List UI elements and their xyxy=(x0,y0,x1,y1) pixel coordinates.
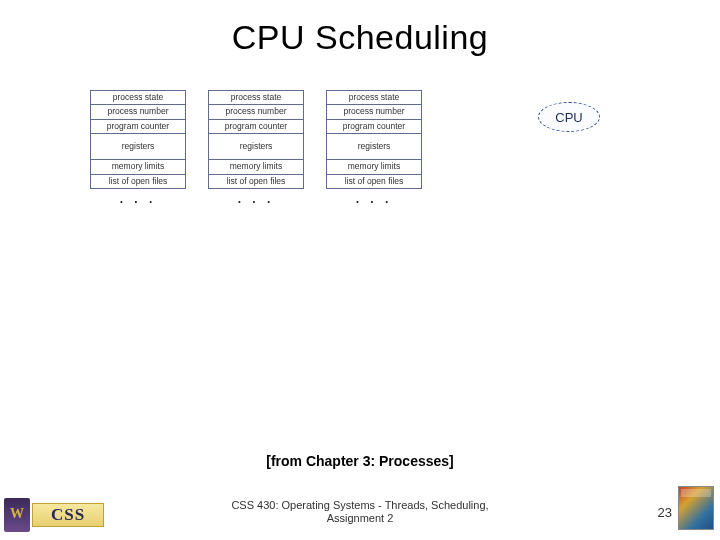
cpu-label: CPU xyxy=(538,102,600,132)
pcb-row: program counter xyxy=(91,120,185,134)
pcb-row: memory limits xyxy=(91,160,185,174)
pcb-block: process state process number program cou… xyxy=(90,90,186,206)
footer-line: Assignment 2 xyxy=(327,512,394,524)
footer-line: CSS 430: Operating Systems - Threads, Sc… xyxy=(231,499,488,511)
pcb-row: registers xyxy=(209,134,303,160)
ellipsis-icon: . . . xyxy=(208,192,304,206)
pcb-row: list of open files xyxy=(209,175,303,188)
slide-caption: [from Chapter 3: Processes] xyxy=(0,453,720,469)
pcb-row: process number xyxy=(327,105,421,119)
pcb-row: process state xyxy=(209,91,303,105)
pcb-row: list of open files xyxy=(327,175,421,188)
page-number: 23 xyxy=(658,505,672,520)
ellipsis-icon: . . . xyxy=(326,192,422,206)
pcb-row: registers xyxy=(327,134,421,160)
pcb-row: process number xyxy=(209,105,303,119)
pcb-row: program counter xyxy=(327,120,421,134)
pcb-row: list of open files xyxy=(91,175,185,188)
slide-footer: CSS 430: Operating Systems - Threads, Sc… xyxy=(0,499,720,527)
pcb-row: registers xyxy=(91,134,185,160)
pcb-row: process number xyxy=(91,105,185,119)
pcb-row: memory limits xyxy=(327,160,421,174)
pcb-block: process state process number program cou… xyxy=(326,90,422,206)
textbook-cover-icon xyxy=(678,486,714,530)
page-title: CPU Scheduling xyxy=(0,18,720,57)
css-logo-icon: CSS xyxy=(32,503,104,527)
cpu-node: CPU xyxy=(538,102,600,132)
pcb-diagram: process state process number program cou… xyxy=(90,90,422,206)
uwb-logo-icon xyxy=(4,498,30,532)
pcb-row: memory limits xyxy=(209,160,303,174)
pcb-row: process state xyxy=(327,91,421,105)
ellipsis-icon: . . . xyxy=(90,192,186,206)
pcb-row: program counter xyxy=(209,120,303,134)
pcb-row: process state xyxy=(91,91,185,105)
logo-left-group: CSS xyxy=(4,498,104,532)
pcb-block: process state process number program cou… xyxy=(208,90,304,206)
